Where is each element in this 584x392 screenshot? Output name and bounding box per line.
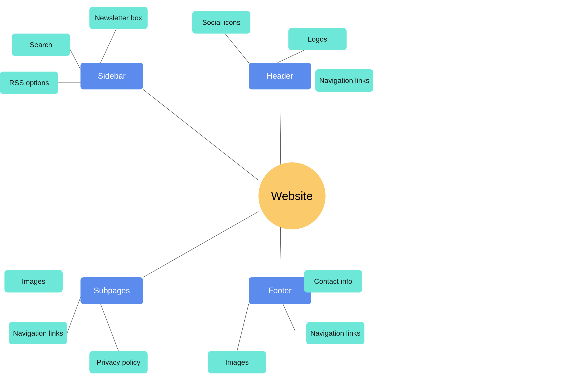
svg-line-11 — [67, 298, 80, 333]
search-label: Search — [29, 41, 52, 49]
logos-label: Logos — [308, 35, 327, 44]
svg-line-0 — [143, 90, 258, 180]
header-label: Header — [267, 71, 293, 81]
contact-node: Contact info — [304, 270, 362, 292]
logos-node: Logos — [288, 28, 347, 50]
svg-line-4 — [70, 49, 80, 69]
svg-line-5 — [101, 24, 118, 62]
svg-line-12 — [101, 304, 118, 351]
images-sub-node: Images — [4, 270, 63, 292]
contact-label: Contact info — [314, 277, 352, 286]
images-footer-node: Images — [208, 351, 266, 374]
nav-header-node: Navigation links — [315, 69, 373, 92]
newsletter-node: Newsletter box — [89, 7, 148, 29]
subpages-label: Subpages — [94, 286, 130, 296]
svg-line-7 — [221, 29, 249, 62]
images-sub-label: Images — [22, 277, 45, 286]
subpages-node: Subpages — [80, 277, 143, 304]
sidebar-node: Sidebar — [80, 62, 143, 90]
svg-line-8 — [278, 50, 304, 62]
newsletter-label: Newsletter box — [95, 14, 142, 22]
images-footer-label: Images — [225, 358, 249, 366]
social-label: Social icons — [202, 18, 241, 26]
nav-sub-label: Navigation links — [13, 329, 63, 338]
sidebar-label: Sidebar — [98, 71, 126, 81]
rss-node: RSS options — [0, 72, 58, 94]
mind-map-diagram: Website Sidebar Header Subpages Footer S… — [0, 0, 584, 392]
nav-footer-label: Navigation links — [310, 329, 360, 338]
social-node: Social icons — [192, 11, 250, 34]
header-node: Header — [249, 62, 311, 90]
nav-footer-node: Navigation links — [306, 322, 364, 344]
footer-label: Footer — [268, 286, 292, 296]
privacy-node: Privacy policy — [89, 351, 148, 374]
nav-sub-node: Navigation links — [9, 322, 67, 344]
search-node: Search — [12, 34, 70, 56]
center-label: Website — [271, 189, 313, 202]
privacy-label: Privacy policy — [97, 358, 140, 366]
center-node: Website — [258, 162, 326, 230]
rss-label: RSS options — [9, 79, 49, 87]
footer-node: Footer — [249, 277, 311, 304]
svg-line-2 — [143, 212, 258, 277]
nav-header-label: Navigation links — [319, 76, 369, 85]
svg-line-15 — [237, 304, 249, 351]
